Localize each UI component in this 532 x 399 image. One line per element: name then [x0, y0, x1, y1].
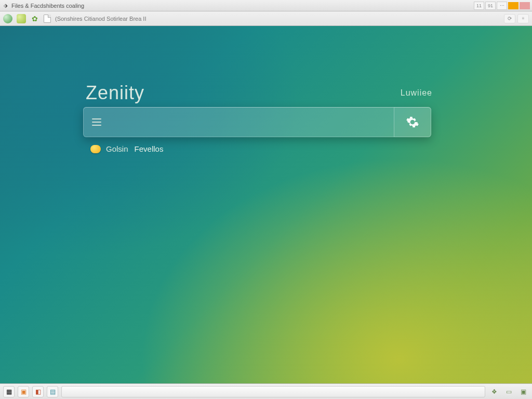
location-toolbar: ✿ (Sonshires Citianod Sotirlear Brea II … — [0, 11, 532, 26]
search-main[interactable] — [83, 107, 394, 137]
toolbar-refresh-icon[interactable]: ⟳ — [504, 14, 515, 23]
gear-icon — [406, 115, 419, 129]
menu-icon[interactable] — [92, 118, 101, 126]
location-text: (Sonshires Citianod Sotirlear Brea II — [55, 16, 146, 22]
page-icon[interactable] — [44, 15, 51, 23]
globe-icon[interactable] — [3, 14, 12, 23]
chip-label-secondary: Fevellos — [135, 144, 164, 153]
taskbar-active-window[interactable] — [61, 386, 485, 397]
leaf-icon[interactable]: ✿ — [30, 14, 39, 23]
app-icon[interactable] — [17, 14, 26, 23]
titlebar-swatch-pink[interactable] — [520, 2, 530, 9]
taskbar-app-1[interactable]: ▦ — [3, 386, 15, 397]
search-input[interactable] — [109, 117, 385, 128]
brand-title: Zeniity — [86, 82, 144, 104]
tray-icon-2[interactable]: ▭ — [503, 386, 514, 397]
taskbar-app-3[interactable]: ◧ — [32, 386, 44, 397]
window-titlebar: ⬗ Files & Facdshibents coaling 11 91 ⋯ — [0, 0, 532, 11]
chip-dot-icon — [90, 145, 101, 153]
header-link[interactable]: Luwiiee — [401, 88, 432, 98]
suggestion-chip[interactable]: Golsin Fevellos — [90, 144, 163, 153]
tray-icon-3[interactable]: ▣ — [517, 386, 529, 397]
chip-label-primary: Golsin — [106, 144, 128, 153]
desktop-area: Zeniity Luwiiee Golsin Fevellos — [0, 26, 532, 383]
taskbar-app-4[interactable]: ▤ — [47, 386, 58, 397]
titlebar-button-c[interactable]: ⋯ — [497, 2, 507, 10]
settings-button[interactable] — [394, 107, 431, 137]
titlebar-button-b[interactable]: 91 — [485, 2, 496, 10]
search-bar — [83, 107, 431, 137]
tray-icon-1[interactable]: ❖ — [488, 386, 500, 397]
toolbar-menu-icon[interactable]: ≡ — [517, 14, 529, 23]
taskbar: ▦ ▣ ◧ ▤ ❖ ▭ ▣ — [0, 383, 532, 399]
titlebar-app-icon: ⬗ — [2, 2, 9, 9]
taskbar-app-2[interactable]: ▣ — [18, 386, 29, 397]
window-title: Files & Facdshibents coaling — [11, 3, 84, 9]
titlebar-swatch-orange[interactable] — [508, 2, 518, 9]
titlebar-button-a[interactable]: 11 — [474, 2, 484, 10]
